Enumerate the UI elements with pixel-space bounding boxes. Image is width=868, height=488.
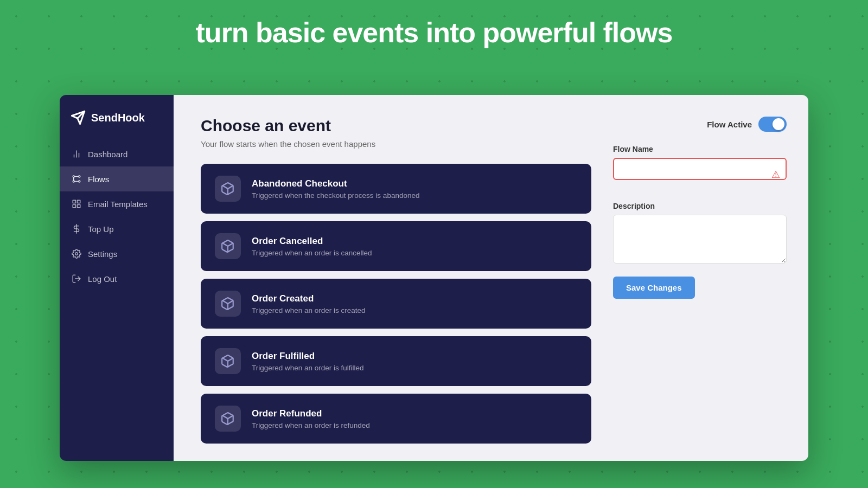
send-hook-logo-icon [71, 110, 86, 125]
svg-point-17 [75, 253, 78, 255]
event-panel-title: Choose an event [201, 117, 591, 135]
sidebar-item-email-templates-label: Email Templates [88, 200, 148, 209]
event-panel-subtitle: Your flow starts when the chosen event h… [201, 139, 591, 149]
sidebar-item-flows[interactable]: Flows [60, 166, 174, 191]
event-desc-order-cancelled: Triggered when an order is cancelled [252, 249, 372, 257]
sidebar-item-flows-label: Flows [88, 175, 109, 184]
event-icon-order-cancelled [215, 233, 241, 259]
sidebar-item-dashboard[interactable]: Dashboard [60, 142, 174, 166]
svg-rect-12 [73, 200, 75, 203]
flow-panel: Flow Active Flow Name ⚠ Description Save… [613, 117, 787, 445]
event-info-order-fulfilled: Order Fulfilled Triggered when an order … [252, 351, 364, 372]
event-info-order-created: Order Created Triggered when an order is… [252, 293, 366, 314]
flow-name-input[interactable] [613, 158, 787, 180]
event-card-order-created[interactable]: Order Created Triggered when an order is… [201, 279, 591, 329]
box-icon [221, 182, 235, 196]
event-card-order-cancelled[interactable]: Order Cancelled Triggered when an order … [201, 221, 591, 271]
flow-active-row: Flow Active [613, 117, 787, 132]
event-icon-order-refunded [215, 406, 241, 432]
flow-name-label: Flow Name [613, 145, 787, 153]
event-list: Abandoned Checkout Triggered when the ch… [201, 164, 591, 444]
box-icon-2 [221, 239, 235, 253]
event-info-abandoned-checkout: Abandoned Checkout Triggered when the ch… [252, 178, 419, 200]
gear-icon [72, 249, 81, 259]
sidebar-item-top-up-label: Top Up [88, 224, 114, 234]
event-desc-order-fulfilled: Triggered when an order is fulfilled [252, 364, 364, 372]
event-name-order-fulfilled: Order Fulfilled [252, 351, 364, 362]
svg-rect-14 [73, 205, 75, 208]
event-name-order-cancelled: Order Cancelled [252, 236, 372, 247]
box-icon-3 [221, 297, 235, 311]
flow-active-toggle[interactable] [758, 117, 787, 132]
save-changes-button[interactable]: Save Changes [613, 277, 695, 299]
sidebar-item-settings-label: Settings [88, 249, 117, 259]
event-panel: Choose an event Your flow starts when th… [201, 117, 591, 445]
flows-icon [72, 174, 81, 184]
sidebar-item-email-templates[interactable]: Email Templates [60, 191, 174, 216]
description-textarea[interactable] [613, 215, 787, 264]
app-card: SendHook Dashboard [60, 95, 808, 461]
event-desc-order-created: Triggered when an order is created [252, 306, 366, 314]
bar-chart-icon [72, 149, 81, 159]
event-info-order-cancelled: Order Cancelled Triggered when an order … [252, 236, 372, 257]
event-info-order-refunded: Order Refunded Triggered when an order i… [252, 408, 370, 429]
event-icon-order-created [215, 291, 241, 317]
sidebar-item-log-out[interactable]: Log Out [60, 266, 174, 291]
sidebar-item-dashboard-label: Dashboard [88, 150, 127, 159]
svg-rect-15 [78, 205, 80, 208]
sidebar: SendHook Dashboard [60, 95, 174, 461]
event-card-order-fulfilled[interactable]: Order Fulfilled Triggered when an order … [201, 336, 591, 386]
svg-rect-13 [78, 200, 80, 203]
box-icon-5 [221, 412, 235, 426]
flow-name-error-icon: ⚠ [771, 169, 780, 181]
description-label: Description [613, 202, 787, 210]
grid-icon [72, 199, 81, 209]
toggle-slider [758, 117, 787, 132]
event-card-order-refunded[interactable]: Order Refunded Triggered when an order i… [201, 394, 591, 444]
sidebar-logo: SendHook [60, 110, 174, 142]
sidebar-item-top-up[interactable]: Top Up [60, 216, 174, 241]
flow-name-wrapper: ⚠ [613, 158, 787, 191]
sidebar-item-settings[interactable]: Settings [60, 241, 174, 266]
sidebar-nav: Dashboard Flows [60, 142, 174, 291]
main-content: Choose an event Your flow starts when th… [174, 95, 808, 461]
event-icon-order-fulfilled [215, 348, 241, 374]
logout-icon [72, 274, 81, 284]
event-card-abandoned-checkout[interactable]: Abandoned Checkout Triggered when the ch… [201, 164, 591, 214]
event-icon-abandoned-checkout [215, 176, 241, 202]
sidebar-logo-text: SendHook [91, 112, 145, 124]
event-name-order-created: Order Created [252, 293, 366, 304]
event-desc-abandoned-checkout: Triggered when the checkout process is a… [252, 191, 419, 200]
flow-active-label: Flow Active [707, 120, 752, 129]
box-icon-4 [221, 354, 235, 368]
dollar-icon [72, 224, 81, 234]
sidebar-item-log-out-label: Log Out [88, 274, 117, 284]
event-name-abandoned-checkout: Abandoned Checkout [252, 178, 419, 189]
event-name-order-refunded: Order Refunded [252, 408, 370, 419]
hero-title: turn basic events into powerful flows [0, 16, 868, 49]
event-desc-order-refunded: Triggered when an order is refunded [252, 421, 370, 429]
